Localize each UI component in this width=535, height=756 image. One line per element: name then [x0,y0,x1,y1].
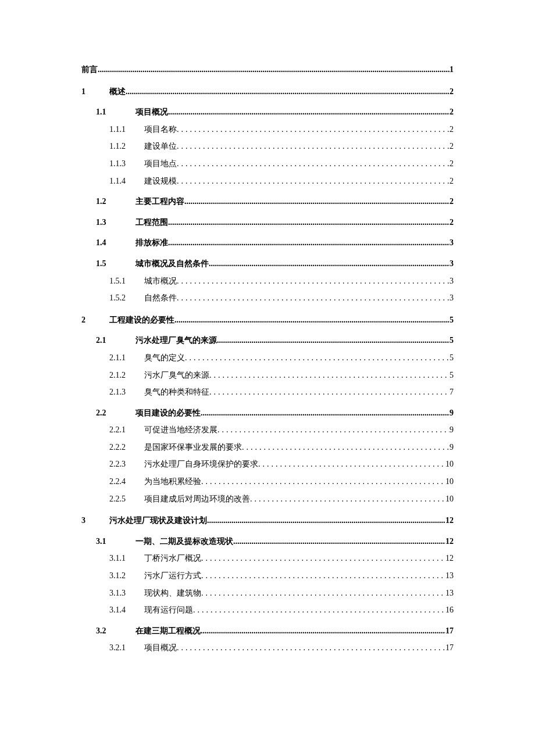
toc-title: 城市概况及自然条件 [135,258,209,270]
toc-page: 5 [450,352,454,364]
toc-label: 2.1.2 [109,370,144,381]
toc-label: 3.1.4 [109,604,144,616]
toc-page: 2 [450,158,454,170]
toc-row: 1.5.2自然条件3 [109,292,454,304]
toc-label: 2.2.4 [109,476,144,488]
toc-label: 1.2 [96,196,135,207]
toc-page: 3 [450,258,454,270]
toc-label: 2.2.3 [109,458,144,470]
toc-leader [177,292,450,300]
toc-leader [217,424,450,432]
toc-label: 2.2 [96,407,135,419]
toc-row: 2工程建设的必要性5 [81,314,454,326]
toc-row: 1.2主要工程内容2 [96,196,454,207]
toc-page: 5 [450,335,454,346]
toc-label: 3.1 [96,536,135,547]
toc-leader [98,64,450,72]
toc-title: 是国家环保事业发展的要求 [144,442,242,453]
toc-row: 2.2.3污水处理厂自身环境保护的要求10 [109,458,454,470]
toc-page: 13 [445,587,454,599]
toc-label: 1.1.3 [109,158,144,170]
toc-label: 2.1.1 [109,352,144,364]
toc-row: 2.1污水处理厂臭气的来源5 [96,335,454,346]
toc-page: 12 [445,553,454,564]
toc-row: 1.3工程范围2 [96,217,454,228]
toc-title: 项目地点 [144,158,177,170]
toc-leader [177,275,450,284]
toc-label: 2.2.5 [109,493,144,505]
toc-title: 自然条件 [144,292,177,304]
toc-title: 项目概况 [144,642,177,654]
toc-leader [185,352,450,360]
toc-page: 9 [450,442,454,453]
toc-page: 1 [450,64,454,76]
toc-leader [177,158,450,166]
toc-row: 2.1.1臭气的定义5 [109,352,454,364]
toc-page: 3 [450,275,454,287]
toc-row: 2.1.2污水厂臭气的来源5 [109,370,454,381]
toc-page: 2 [450,106,454,118]
toc-label: 1.4 [96,237,135,249]
toc-row: 3.2.1项目概况17 [109,642,454,654]
toc-leader [126,86,450,94]
toc-title: 城市概况 [144,275,177,287]
toc-leader [201,570,445,578]
toc-leader [201,553,445,561]
toc-leader [217,335,450,343]
toc-page: 2 [450,86,454,98]
toc-label: 3.2 [96,625,135,637]
toc-page: 10 [445,493,454,505]
toc-row: 1.1.3项目地点2 [109,158,454,170]
toc-page: 2 [450,141,454,152]
toc-leader [201,587,445,596]
toc-title: 项目建设的必要性 [135,407,201,419]
toc-leader [209,258,450,266]
toc-row: 3.1.3现状构、建筑物13 [109,587,454,599]
toc-row: 3.1.2污水厂运行方式13 [109,570,454,582]
table-of-contents: 前言11概述21.1项目概况21.1.1项目名称21.1.2建设单位21.1.3… [81,64,454,654]
toc-row: 2.1.3臭气的种类和特征7 [109,386,454,398]
toc-page: 5 [450,370,454,381]
toc-leader [209,370,450,378]
toc-title: 工程建设的必要性 [109,314,174,326]
toc-leader [201,407,450,415]
toc-title: 项目建成后对周边环境的改善 [144,493,250,505]
toc-page: 9 [450,424,454,436]
toc-leader [193,604,445,612]
toc-title: 项目概况 [135,106,168,118]
toc-page: 2 [450,124,454,135]
toc-leader [168,217,450,225]
toc-label: 3.2.1 [109,642,144,654]
toc-leader [177,141,450,149]
toc-title: 项目名称 [144,124,177,135]
toc-label: 2.2.2 [109,442,144,453]
toc-title: 前言 [81,64,98,76]
toc-leader [177,175,450,184]
toc-title: 污水厂运行方式 [144,570,201,582]
toc-leader [201,625,445,633]
toc-page: 16 [445,604,454,616]
toc-leader [177,642,445,650]
toc-label: 1.5.1 [109,275,144,287]
toc-label: 3.1.1 [109,553,144,564]
toc-leader [250,493,445,501]
toc-leader [207,515,445,523]
toc-page: 2 [450,175,454,187]
toc-page: 9 [450,407,454,419]
toc-page: 12 [445,536,454,547]
toc-row: 2.2项目建设的必要性9 [96,407,454,419]
toc-page: 10 [445,476,454,488]
toc-title: 工程范围 [135,217,168,228]
toc-page: 10 [445,458,454,470]
toc-title: 可促进当地经济发展 [144,424,217,436]
toc-title: 排放标准 [135,237,168,249]
toc-label: 2.2.1 [109,424,144,436]
toc-page: 2 [450,196,454,207]
toc-title: 建设单位 [144,141,177,152]
toc-title: 臭气的种类和特征 [144,386,209,398]
toc-label: 2.1 [96,335,135,346]
toc-leader [258,458,445,467]
toc-label: 2 [81,314,109,326]
toc-label: 1.5 [96,258,135,270]
toc-title: 污水处理厂自身环境保护的要求 [144,458,258,470]
